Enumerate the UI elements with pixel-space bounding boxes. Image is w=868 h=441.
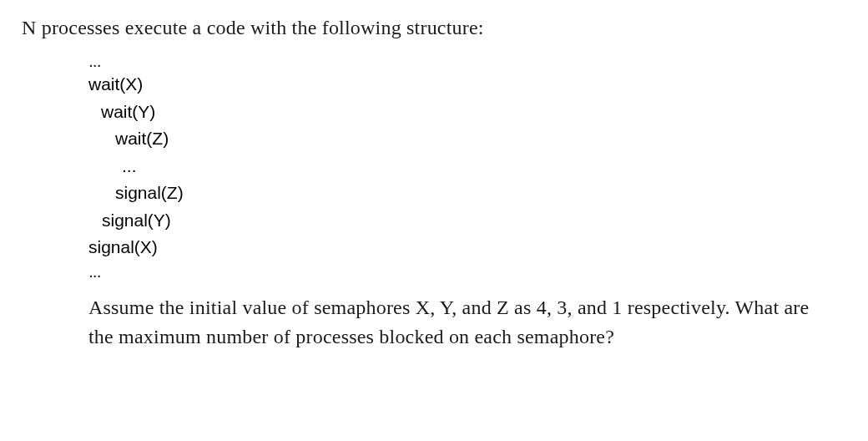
ellipsis-top: ...: [88, 51, 833, 71]
intro-text: N processes execute a code with the foll…: [22, 17, 833, 39]
code-block: wait(X) wait(Y) wait(Z) ... signal(Z) si…: [88, 71, 833, 261]
ellipsis-bottom: ...: [88, 261, 833, 281]
code-line-signal-x: signal(X): [88, 234, 833, 261]
code-line-wait-x: wait(X): [88, 71, 833, 99]
code-line-signal-y: signal(Y): [88, 207, 833, 235]
code-line-wait-z: wait(Z): [88, 125, 833, 153]
code-line-wait-y: wait(Y): [88, 99, 833, 126]
code-line-ellipsis-mid: ...: [88, 153, 833, 180]
code-line-signal-z: signal(Z): [88, 180, 833, 207]
question-text: Assume the initial value of semaphores X…: [88, 293, 833, 352]
